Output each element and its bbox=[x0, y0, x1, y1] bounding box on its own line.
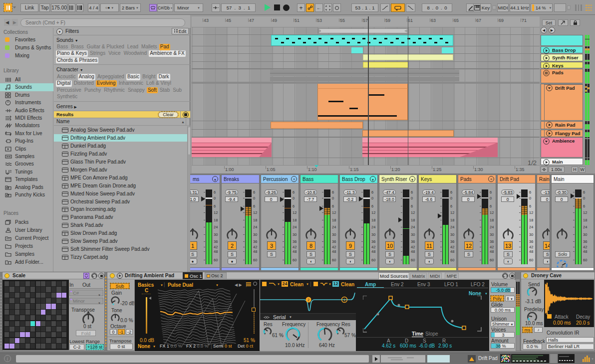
svg-text:2: 2 bbox=[307, 298, 309, 302]
svg-text:1: 1 bbox=[343, 298, 345, 302]
